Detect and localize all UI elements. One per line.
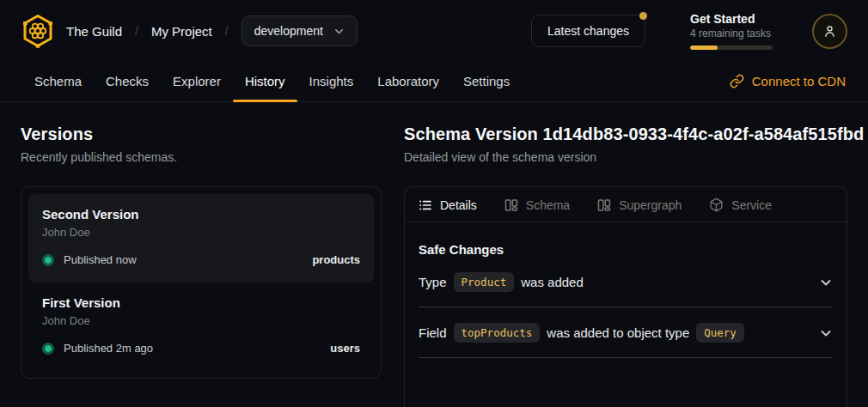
version-list-item[interactable]: First Version John Doe Published 2m ago … <box>28 282 374 371</box>
notification-dot <box>639 12 647 20</box>
versions-title: Versions <box>21 125 382 144</box>
schema-version-title: Schema Version 1d14db83-0933-4f4c-a02f-a… <box>404 125 847 144</box>
get-started-widget[interactable]: Get Started 4 remaining tasks <box>690 12 773 50</box>
service-name: users <box>330 342 360 355</box>
latest-changes-label: Latest changes <box>547 24 629 38</box>
detail-tab-label: Supergraph <box>619 198 682 212</box>
app-header: The Guild / My Project / development Lat… <box>0 0 868 60</box>
change-prefix: Field <box>419 325 447 340</box>
link-icon <box>730 74 744 88</box>
change-code-chip: Product <box>454 272 515 292</box>
change-code-chip: topProducts <box>454 323 541 343</box>
service-name: products <box>312 253 360 266</box>
detail-tabbar: Details Schema <box>405 187 847 222</box>
detail-tab-service[interactable]: Service <box>709 197 772 212</box>
detail-tab-label: Service <box>731 198 772 212</box>
change-suffix: was added <box>521 275 584 289</box>
versions-subtitle: Recently published schemas. <box>21 150 382 164</box>
version-author: John Doe <box>42 314 360 327</box>
breadcrumb-separator: / <box>135 24 138 38</box>
detail-tab-supergraph[interactable]: Supergraph <box>597 198 682 212</box>
detail-body: Safe Changes Type Product was added Fiel… <box>405 242 847 358</box>
chevron-down-icon[interactable] <box>819 276 833 289</box>
connect-to-cdn-label: Connect to CDN <box>752 74 846 88</box>
change-row[interactable]: Type Product was added <box>419 257 833 307</box>
tab-checks[interactable]: Checks <box>94 60 161 101</box>
detail-tab-label: Details <box>440 198 477 212</box>
safe-changes-heading: Safe Changes <box>419 242 833 257</box>
published-status-icon <box>42 343 54 355</box>
user-avatar-button[interactable] <box>812 14 847 49</box>
published-time: Published 2m ago <box>64 342 153 355</box>
schema-version-detail-card: Details Schema <box>404 186 847 407</box>
change-code-chip: Query <box>696 323 744 343</box>
tab-explorer[interactable]: Explorer <box>161 60 233 101</box>
change-prefix: Type <box>419 275 447 289</box>
tab-settings[interactable]: Settings <box>451 60 522 101</box>
change-row[interactable]: Field topProducts was added to object ty… <box>419 307 833 358</box>
version-title: Second Version <box>42 207 360 222</box>
versions-panel: Versions Recently published schemas. Sec… <box>21 121 382 407</box>
tab-schema[interactable]: Schema <box>22 60 94 101</box>
main-content: Versions Recently published schemas. Sec… <box>0 102 868 407</box>
target-selector-dropdown[interactable]: development <box>241 15 358 46</box>
project-breadcrumb[interactable]: My Project <box>151 24 212 39</box>
versions-list: Second Version John Doe Published now pr… <box>21 186 382 379</box>
get-started-subtitle: 4 remaining tasks <box>690 27 773 39</box>
chevron-down-icon[interactable] <box>819 326 833 340</box>
chevron-down-icon <box>333 26 345 37</box>
org-breadcrumb[interactable]: The Guild <box>66 24 122 39</box>
detail-tab-schema[interactable]: Schema <box>504 198 570 212</box>
detail-tab-label: Schema <box>526 198 570 212</box>
schema-version-panel: Schema Version 1d14db83-0933-4f4c-a02f-a… <box>404 121 847 407</box>
published-status-icon <box>42 254 54 266</box>
version-title: First Version <box>42 295 360 310</box>
version-meta-row: Published 2m ago users <box>42 342 360 355</box>
schema-version-subtitle: Detailed view of the schema version <box>404 150 847 164</box>
version-meta-row: Published now products <box>42 253 360 266</box>
target-selector-value: development <box>254 24 323 38</box>
project-nav: Schema Checks Explorer History Insights … <box>0 60 868 102</box>
panels-icon <box>597 198 611 212</box>
tab-insights[interactable]: Insights <box>297 60 366 101</box>
tab-laboratory[interactable]: Laboratory <box>365 60 451 101</box>
version-list-item[interactable]: Second Version John Doe Published now pr… <box>28 194 374 282</box>
published-time: Published now <box>64 253 137 266</box>
detail-tab-details[interactable]: Details <box>419 198 477 212</box>
latest-changes-button[interactable]: Latest changes <box>531 15 645 47</box>
list-icon <box>419 198 432 212</box>
tab-history[interactable]: History <box>233 60 297 101</box>
get-started-progress-fill <box>690 46 718 50</box>
connect-to-cdn-link[interactable]: Connect to CDN <box>730 60 846 101</box>
guild-hexagon-logo[interactable] <box>21 13 55 49</box>
cube-icon <box>709 197 724 212</box>
panels-icon <box>504 198 518 212</box>
person-icon <box>822 23 838 39</box>
version-author: John Doe <box>42 226 360 239</box>
get-started-progressbar <box>690 46 773 50</box>
get-started-title: Get Started <box>690 12 773 26</box>
breadcrumb-separator: / <box>225 24 229 38</box>
change-middle: was added to object type <box>547 325 689 340</box>
